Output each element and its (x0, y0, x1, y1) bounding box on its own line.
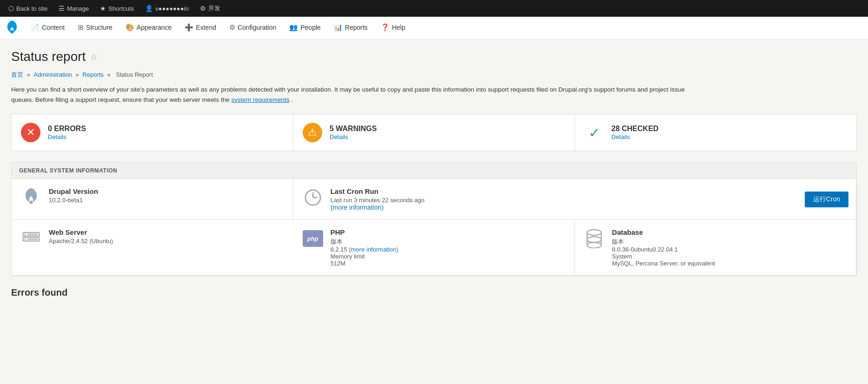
database-system-label: System (612, 253, 715, 260)
content-icon: 📄 (31, 23, 40, 32)
ok-details-link[interactable]: Details (611, 133, 630, 140)
help-icon: ❓ (381, 23, 390, 32)
site-logo[interactable] (4, 20, 20, 37)
page-description: Here you can find a short overview of yo… (11, 85, 709, 105)
svg-point-17 (587, 243, 601, 248)
gear-icon: ⚙ (200, 5, 206, 12)
database-system: MySQL, Percona Server, or equivalent (612, 260, 715, 267)
database-version-label: 版本 (612, 238, 715, 246)
nav-reports-label: Reports (345, 24, 368, 31)
nav-extend[interactable]: ➕ Extend (178, 17, 223, 40)
php-icon: php (303, 228, 323, 249)
cron-value: Last run 3 minutes 22 seconds ago (331, 197, 424, 204)
reports-icon: 📊 (334, 23, 343, 32)
webserver-title: Web Server (49, 228, 113, 236)
breadcrumb-administration[interactable]: Administration (33, 71, 72, 78)
breadcrumb-home[interactable]: 首页 (11, 71, 23, 78)
nav-people-label: People (300, 24, 321, 31)
svg-point-0 (10, 30, 13, 33)
database-icon (584, 228, 604, 249)
warning-card: ⚠ 5 WARNINGS Details (293, 114, 575, 151)
manage-menu[interactable]: ☰ Manage (54, 0, 93, 17)
nav-structure-label: Structure (86, 24, 113, 31)
php-more-info-link[interactable]: more information (351, 246, 397, 253)
warning-icon: ⚠ (303, 123, 322, 142)
breadcrumb: 首页 » Administration » Reports » Status R… (11, 71, 857, 79)
svg-point-1 (29, 201, 33, 204)
page-title-row: Status report ☆ (11, 49, 857, 64)
drupal-version-title: Drupal Version (49, 187, 98, 195)
structure-icon: ⊞ (78, 23, 84, 32)
manage-label: Manage (67, 5, 89, 12)
drupal-version-cell: Drupal Version 10.2.0-beta1 (12, 179, 293, 220)
nav-configuration-label: Configuration (238, 24, 276, 31)
nav-configuration[interactable]: ⚙ Configuration (223, 17, 283, 40)
ok-count: 28 CHECKED (611, 125, 658, 133)
page-content: Status report ☆ 首页 » Administration » Re… (0, 40, 868, 384)
admin-bar: ⬡ Back to site ☰ Manage ★ Shortcuts 👤 v●… (0, 0, 868, 17)
user-label: v●●●●●●●in (155, 5, 189, 12)
appearance-icon: 🎨 (126, 23, 134, 32)
shortcuts-label: Shortcuts (108, 5, 134, 12)
php-memory-label: Memory limit (331, 253, 398, 260)
user-menu[interactable]: 👤 v●●●●●●●in (140, 0, 193, 17)
warning-details-link[interactable]: Details (330, 133, 348, 140)
ok-card: ✓ 28 CHECKED Details (575, 114, 856, 151)
star-icon: ★ (100, 5, 106, 12)
dev-menu[interactable]: ⚙ 开发 (195, 0, 225, 17)
nav-extend-label: Extend (196, 24, 216, 31)
people-icon: 👥 (289, 23, 298, 32)
error-count: 0 ERRORS (48, 125, 86, 133)
drupal-version-value: 10.2.0-beta1 (49, 197, 98, 204)
nav-appearance-label: Appearance (137, 24, 172, 31)
nav-structure[interactable]: ⊞ Structure (71, 17, 119, 40)
user-icon: 👤 (145, 5, 153, 12)
dev-label: 开发 (208, 4, 220, 13)
system-info-section: GENERAL SYSTEM INFORMATION Drupal Versio… (11, 162, 857, 276)
webserver-value: Apache/2.4.52 (Ubuntu) (49, 238, 113, 245)
ok-icon: ✓ (584, 123, 604, 142)
warning-count: 5 WARNINGS (330, 125, 377, 133)
php-version-label: 版本 (331, 238, 398, 246)
error-details-link[interactable]: Details (48, 133, 66, 140)
cron-more-info-link[interactable]: (more information) (331, 204, 384, 211)
nav-content[interactable]: 📄 Content (24, 17, 71, 40)
nav-people[interactable]: 👥 People (283, 17, 327, 40)
php-version: 8.2.15 (331, 246, 347, 253)
database-title: Database (612, 228, 715, 236)
nav-help[interactable]: ❓ Help (374, 17, 412, 40)
cron-icon (303, 187, 323, 208)
back-to-site-link[interactable]: ⬡ Back to site (4, 0, 52, 17)
config-icon: ⚙ (229, 23, 235, 32)
bookmark-icon[interactable]: ☆ (90, 52, 98, 62)
cron-cell: Last Cron Run Last run 3 minutes 22 seco… (293, 179, 856, 220)
php-title: PHP (331, 228, 398, 236)
svg-point-11 (587, 230, 601, 235)
shortcuts-menu[interactable]: ★ Shortcuts (95, 0, 139, 17)
svg-point-14 (587, 237, 601, 242)
system-requirements-link[interactable]: system requirements (232, 96, 290, 103)
breadcrumb-reports[interactable]: Reports (82, 71, 104, 78)
php-cell: php PHP 版本 8.2.15 (more information) Mem… (293, 220, 575, 276)
drupal-icon: ⬡ (8, 5, 14, 12)
php-memory: 512M (331, 260, 398, 267)
page-title: Status report (11, 49, 86, 64)
nav-help-label: Help (392, 24, 405, 31)
run-cron-button[interactable]: 运行Cron (805, 192, 848, 207)
svg-point-8 (25, 238, 26, 240)
status-cards: ✕ 0 ERRORS Details ⚠ 5 WARNINGS Details … (11, 114, 857, 151)
error-card: ✕ 0 ERRORS Details (12, 114, 293, 151)
section-header: GENERAL SYSTEM INFORMATION (12, 163, 856, 179)
database-cell: Database 版本 8.0.36-0ubuntu0.22.04.1 Syst… (575, 220, 856, 276)
svg-point-7 (25, 234, 26, 235)
webserver-cell: Web Server Apache/2.4.52 (Ubuntu) (12, 220, 293, 276)
breadcrumb-current: Status Report (116, 71, 153, 78)
extend-icon: ➕ (185, 23, 193, 32)
database-version: 8.0.36-0ubuntu0.22.04.1 (612, 246, 715, 253)
cron-title: Last Cron Run (331, 187, 424, 195)
nav-reports[interactable]: 📊 Reports (327, 17, 374, 40)
back-to-site-label: Back to site (16, 5, 47, 12)
drupal-version-icon (21, 187, 41, 208)
nav-appearance[interactable]: 🎨 Appearance (119, 17, 179, 40)
errors-found-title: Errors found (11, 285, 857, 298)
